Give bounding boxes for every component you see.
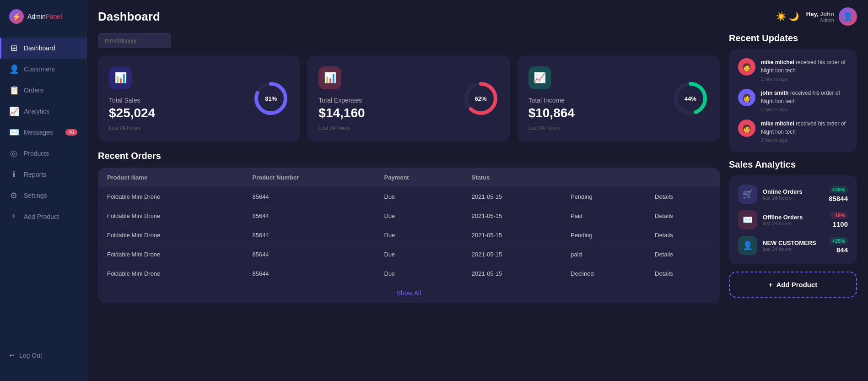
- cell-payment: Due: [375, 187, 463, 207]
- products-icon: ◎: [9, 148, 18, 158]
- sidebar-item-customers[interactable]: 👤 Customers: [0, 59, 86, 80]
- cell-status: Pending: [561, 187, 646, 207]
- update-text: john smith received his order of Night l…: [761, 89, 848, 105]
- logo: ⚡ AdminPanel: [0, 9, 86, 38]
- total-sales-percent: 81%: [265, 95, 277, 102]
- sidebar-item-settings[interactable]: ⚙ Settings: [0, 185, 86, 206]
- details-link[interactable]: Details: [646, 226, 720, 245]
- settings-icon: ⚙: [9, 190, 18, 201]
- logo-icon: ⚡: [9, 9, 24, 24]
- details-link[interactable]: Details: [646, 245, 720, 264]
- update-item: 🧑 mike mitchel received his order of Nig…: [738, 120, 848, 143]
- add-product-label: Add Product: [776, 281, 817, 288]
- user-greeting: Hey, John: [806, 11, 834, 17]
- sidebar-item-dashboard[interactable]: ⊞ Dashboard: [0, 38, 86, 59]
- sidebar-item-messages[interactable]: ✉️ Messages 26: [0, 122, 86, 143]
- user-name: John: [820, 11, 834, 17]
- analytics-info: Offline Orders last 24 hours: [763, 214, 825, 226]
- cell-status: Pending: [561, 226, 646, 245]
- theme-toggle: ☀️ 🌙: [776, 11, 799, 22]
- logout-label: Log Out: [19, 352, 42, 359]
- orders-table-header: Product Name Product Number Payment Stat…: [98, 168, 720, 187]
- total-expenses-percent: 62%: [475, 95, 487, 102]
- details-link[interactable]: Details: [646, 187, 720, 207]
- user-role: Admin: [806, 17, 834, 23]
- total-income-circle: 44%: [672, 80, 709, 117]
- table-row: Foldable Mini Drone 85644 Due 2021-05-15…: [98, 187, 720, 207]
- sidebar-item-label: Messages: [24, 129, 53, 136]
- cell-product-number: 85644: [243, 207, 375, 226]
- logout-button[interactable]: ↩ Log Out: [9, 348, 77, 363]
- analytics-count: 844: [836, 246, 848, 254]
- col-product-name: Product Name: [98, 168, 243, 187]
- table-row: Foldable Mini Drone 85644 Due 2021-05-15…: [98, 207, 720, 226]
- recent-updates-card: 🧑 mike mitchel received his order of Nig…: [729, 49, 857, 152]
- sidebar-item-orders[interactable]: 📋 Orders: [0, 80, 86, 101]
- orders-table: Product Name Product Number Payment Stat…: [98, 168, 720, 283]
- avatar: 👤: [839, 7, 857, 26]
- stat-card-total-expenses: 📊 Total Expenses $14,160 Last 24 Hours 6…: [307, 55, 510, 142]
- col-action: [646, 168, 720, 187]
- cell-product-name: Foldable Mini Drone: [98, 207, 243, 226]
- analytics-icon: 🛒: [738, 185, 757, 204]
- col-payment: Payment: [375, 168, 463, 187]
- cell-date: 2021-05-15: [463, 187, 561, 207]
- analytics-badge: -19%: [830, 212, 848, 219]
- user-info: Hey, John Admin 👤: [806, 7, 857, 26]
- sidebar-item-label: Reports: [24, 171, 46, 178]
- analytics-item: 🛒 Online Orders last 24 hours +39% 85844: [738, 185, 848, 204]
- update-avatar: 👩: [738, 89, 755, 106]
- moon-icon[interactable]: 🌙: [789, 11, 799, 22]
- analytics-icon: 👤: [738, 236, 757, 255]
- analytics-count: 85844: [829, 195, 848, 202]
- cell-status: Paid: [561, 207, 646, 226]
- update-avatar: 🧑: [738, 120, 755, 137]
- analytics-badge: +25%: [830, 237, 848, 245]
- stat-card-total-income: 📈 Total Income $10,864 Last 24 Hours 44%: [518, 55, 720, 142]
- details-link[interactable]: Details: [646, 264, 720, 283]
- recent-updates-title: Recent Updates: [729, 33, 857, 44]
- cell-payment: Due: [375, 226, 463, 245]
- analytics-right: +25% 844: [830, 237, 848, 254]
- sidebar-item-reports[interactable]: ℹ Reports: [0, 164, 86, 185]
- details-link[interactable]: Details: [646, 207, 720, 226]
- analytics-sub: last 24 hours: [763, 246, 824, 252]
- sidebar-item-products[interactable]: ◎ Products: [0, 143, 86, 164]
- add-product-plus-icon: +: [769, 281, 773, 288]
- sidebar-item-analytics[interactable]: 📈 Analytics: [0, 101, 86, 122]
- update-item: 🧑 mike mitchel received his order of Nig…: [738, 58, 848, 82]
- cell-date: 2021-05-15: [463, 264, 561, 283]
- recent-orders-title: Recent Orders: [98, 151, 720, 161]
- sun-icon[interactable]: ☀️: [776, 11, 786, 22]
- analytics-right: +39% 85844: [829, 186, 848, 202]
- cell-status: paid: [561, 245, 646, 264]
- update-time: 2 hours ago: [761, 76, 848, 82]
- page-title: Dashboard: [98, 10, 160, 24]
- col-status: Status: [463, 168, 561, 187]
- cell-date: 2021-05-15: [463, 226, 561, 245]
- add-product-button[interactable]: + Add Product: [729, 272, 857, 298]
- logout-icon: ↩: [9, 352, 15, 359]
- show-all-button[interactable]: Show All: [98, 283, 720, 303]
- analytics-count: 1100: [833, 220, 848, 228]
- analytics-sub: last 24 hours: [763, 221, 825, 226]
- add-product-icon: +: [9, 212, 18, 221]
- date-input[interactable]: [98, 33, 171, 48]
- analytics-item: ✉️ Offline Orders last 24 hours -19% 110…: [738, 210, 848, 229]
- cell-product-number: 85644: [243, 245, 375, 264]
- update-text-wrap: mike mitchel received his order of Night…: [761, 58, 848, 82]
- cell-date: 2021-05-15: [463, 245, 561, 264]
- orders-table-wrap: Product Name Product Number Payment Stat…: [98, 168, 720, 303]
- cell-product-number: 85644: [243, 226, 375, 245]
- sidebar-item-add-product[interactable]: + Add Product: [0, 206, 86, 227]
- date-input-wrap: [98, 33, 720, 48]
- analytics-badge: +39%: [830, 186, 848, 193]
- col-product-number: Product Number: [243, 168, 375, 187]
- col-status-value: [561, 168, 646, 187]
- analytics-item: 👤 NEW CUSTOMERS last 24 hours +25% 844: [738, 236, 848, 255]
- table-row: Foldable Mini Drone 85644 Due 2021-05-15…: [98, 226, 720, 245]
- analytics-info: Online Orders last 24 hours: [763, 188, 823, 201]
- update-text: mike mitchel received his order of Night…: [761, 58, 848, 75]
- analytics-name: Online Orders: [763, 188, 823, 195]
- update-time: 2 hours ago: [761, 107, 848, 112]
